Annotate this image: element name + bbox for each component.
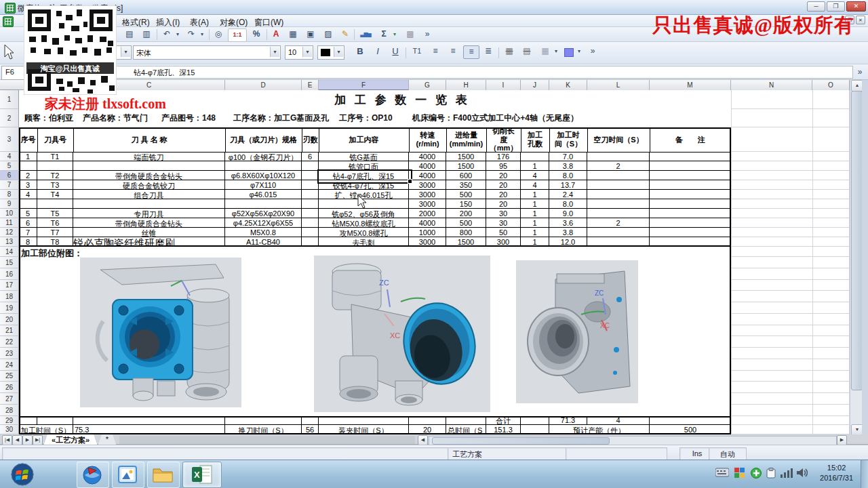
pointer-icon[interactable] <box>4 45 15 60</box>
row-header-17[interactable]: 17 <box>0 280 19 291</box>
italic-icon[interactable]: I <box>370 45 385 58</box>
column-header-G[interactable]: G <box>409 80 446 90</box>
row-header-24[interactable]: 24 <box>0 359 19 371</box>
cell-L9[interactable] <box>587 199 650 209</box>
cell-H10[interactable]: 200 <box>446 209 486 218</box>
cell-E4[interactable]: 6 <box>302 152 319 161</box>
cell-B8[interactable]: T4 <box>37 190 73 199</box>
cell-K8[interactable]: 2.4 <box>549 190 587 199</box>
cell-H13[interactable]: 1500 <box>446 237 486 247</box>
cell-L4[interactable] <box>587 152 650 161</box>
cell-I11[interactable]: 30 <box>486 218 521 228</box>
cell-M5[interactable] <box>650 161 731 171</box>
cell-G5[interactable]: 4000 <box>409 161 446 171</box>
format-brush-icon[interactable]: ✎ <box>338 28 352 41</box>
taskbar-app-viewer[interactable] <box>112 462 144 488</box>
row-header-8[interactable]: 8 <box>0 190 19 199</box>
cell-E10[interactable] <box>302 209 319 218</box>
column-header-M[interactable]: M <box>650 80 731 90</box>
cell-B9[interactable] <box>37 199 73 209</box>
horizontal-scrollbar[interactable] <box>429 436 837 445</box>
cell-L11[interactable]: 2 <box>587 218 650 228</box>
cell-A13[interactable]: 8 <box>19 237 37 247</box>
summary-cell-29-K[interactable]: 71.3 <box>549 416 587 425</box>
cell-A9[interactable] <box>19 199 37 209</box>
cell-L13[interactable] <box>587 237 650 247</box>
cell-B10[interactable]: T5 <box>37 209 73 218</box>
table-borders-icon[interactable]: ▣ <box>303 28 318 41</box>
cell-C9[interactable] <box>73 199 225 209</box>
autosum-dropdown-icon[interactable]: ▾ <box>391 28 399 41</box>
cell-B4[interactable]: T1 <box>37 152 73 161</box>
cell-H7[interactable]: 350 <box>446 180 486 190</box>
cell-D11[interactable]: φ4.25X12Xφ6X55 <box>225 218 302 228</box>
cell-M6[interactable] <box>650 171 731 180</box>
table-header-A[interactable]: 序号 <box>19 127 38 152</box>
summary-cell-30-C[interactable]: 75.3 <box>73 425 225 434</box>
summary-cell-30-H[interactable]: 总时间（S <box>446 425 486 434</box>
column-header-I[interactable]: I <box>486 80 521 90</box>
font-name-dropdown-icon[interactable]: ▾ <box>270 47 279 57</box>
cell-G10[interactable]: 2000 <box>409 209 446 218</box>
cell-D12[interactable]: M5X0.8 <box>225 228 302 237</box>
cell-D6[interactable]: φ6.8X60Xφ10X120 <box>225 171 302 180</box>
cell-I6[interactable]: 20 <box>486 171 521 180</box>
table-header-J[interactable]: 加工 孔数 <box>521 127 550 152</box>
summary-cell-30-M[interactable]: 500 <box>650 425 731 434</box>
table-header-G[interactable]: 转速 (r/min) <box>409 127 447 152</box>
tab-next-icon[interactable]: ▶ <box>22 435 33 445</box>
cell-J5[interactable]: 1 <box>521 161 549 171</box>
cell-H11[interactable]: 500 <box>446 218 486 228</box>
row-header-25[interactable]: 25 <box>0 371 19 382</box>
row-header-27[interactable]: 27 <box>0 393 19 405</box>
taskbar-app-explorer[interactable] <box>147 462 180 488</box>
tab-first-icon[interactable]: |◀ <box>2 435 12 445</box>
fill-color-swatch[interactable] <box>564 48 574 57</box>
underline-icon[interactable]: U <box>388 45 403 58</box>
cell-K13[interactable]: 12.0 <box>549 237 587 247</box>
undo-icon[interactable]: ↶ <box>160 28 174 41</box>
cell-D5[interactable] <box>225 161 302 171</box>
row-header-26[interactable]: 26 <box>0 382 19 393</box>
find-icon[interactable]: ◎ <box>212 28 225 41</box>
cell-E6[interactable] <box>302 171 319 180</box>
row-header-2[interactable]: 2 <box>0 109 19 127</box>
row-header-1[interactable]: 1 <box>0 90 19 109</box>
table-header-H[interactable]: 进给量 (mm/min) <box>446 127 487 152</box>
cell-D8[interactable]: φ46.015 <box>225 190 302 199</box>
row-header-22[interactable]: 22 <box>0 336 19 348</box>
cell-J11[interactable]: 1 <box>521 218 549 228</box>
summary-cell-29-J[interactable] <box>521 416 549 425</box>
row-header-7[interactable]: 7 <box>0 180 19 190</box>
cell-L6[interactable] <box>587 171 650 180</box>
paste-icon[interactable]: ▤ <box>122 28 137 41</box>
column-header-K[interactable]: K <box>549 80 587 90</box>
cell-B6[interactable]: T2 <box>37 171 73 180</box>
cell-J7[interactable]: 4 <box>521 180 549 190</box>
cell-M9[interactable] <box>650 199 731 209</box>
cell-M13[interactable] <box>650 237 731 247</box>
cell-I9[interactable]: 20 <box>486 199 521 209</box>
align-center-icon[interactable]: ≡ <box>463 45 479 59</box>
summary-cell-29-D[interactable] <box>225 416 302 425</box>
row-header-18[interactable]: 18 <box>0 291 19 302</box>
cell-I5[interactable]: 95 <box>486 161 521 171</box>
cell-H8[interactable]: 500 <box>446 190 486 199</box>
cell-K5[interactable]: 3.8 <box>549 161 587 171</box>
summary-cell-29-I[interactable]: 合计 <box>486 416 521 425</box>
redo-dropdown-icon[interactable]: ▾ <box>198 28 206 41</box>
close-button[interactable]: ✕ <box>846 1 866 12</box>
cell-K4[interactable]: 7.0 <box>549 152 587 161</box>
column-header-H[interactable]: H <box>446 80 486 90</box>
cell-A10[interactable]: 5 <box>19 209 37 218</box>
cell-C13[interactable]: 锐必克陶瓷纤维研磨刷 <box>73 237 225 247</box>
child-close-button[interactable]: ✕ <box>856 16 865 24</box>
taskbar-app-cad[interactable] <box>77 462 109 488</box>
cell-D9[interactable] <box>225 199 302 209</box>
grid-icon[interactable]: ▦ <box>285 28 300 41</box>
font-color-icon[interactable]: A <box>269 28 283 41</box>
table-header-F[interactable]: 加工内容 <box>319 127 410 152</box>
formula-input[interactable]: 钻4-φ7底孔、深15 <box>41 66 853 79</box>
horizontal-scroll-thumb[interactable] <box>432 437 610 445</box>
cell-H6[interactable]: 600 <box>446 171 486 180</box>
